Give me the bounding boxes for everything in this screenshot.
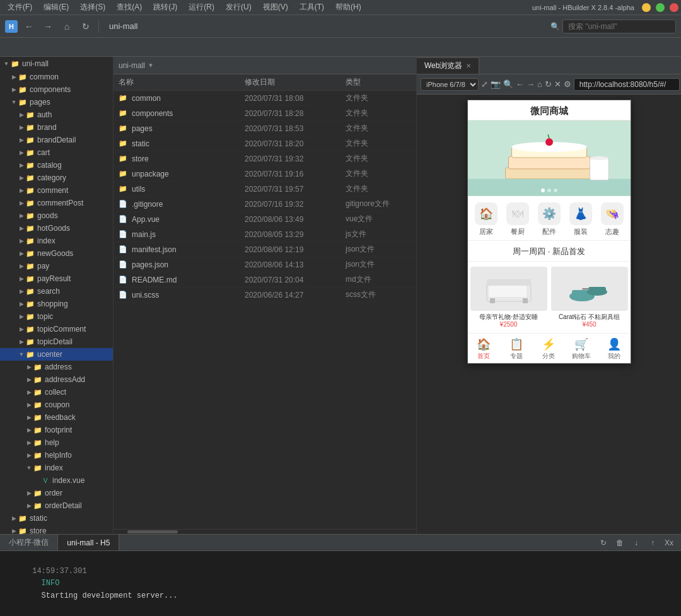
menu-item-select[interactable]: 选择(S) <box>75 1 110 14</box>
menu-item-view[interactable]: 视图(V) <box>258 1 293 14</box>
sidebar-item-common[interactable]: ▶ 📁 common <box>0 71 113 83</box>
sidebar-item-ucenter[interactable]: ▼ 📁 ucenter <box>0 348 113 361</box>
sidebar-item-help[interactable]: ▶ 📁 help <box>0 436 113 449</box>
phone-nav-mine[interactable]: 👤 我的 <box>598 334 631 363</box>
sidebar-item-address[interactable]: ▶ 📁 address <box>0 361 113 373</box>
sidebar-item-topiccomment[interactable]: ▶ 📁 topicComment <box>0 323 113 335</box>
phone-nav-category[interactable]: ⚡ 分类 <box>533 334 566 363</box>
phone-nav-topic[interactable]: 📋 专题 <box>500 334 533 363</box>
sidebar-item-feedback[interactable]: ▶ 📁 feedback <box>0 411 113 424</box>
menu-item-jump[interactable]: 跳转(J) <box>148 1 182 14</box>
sidebar-item-coupon[interactable]: ▶ 📁 coupon <box>0 398 113 411</box>
bottom-scroll-btn[interactable]: ↓ <box>629 536 643 550</box>
nav-screenshot-btn[interactable]: 📷 <box>491 78 501 91</box>
toolbar-search-input[interactable] <box>562 20 676 33</box>
phone-nav-home[interactable]: 🏠 首页 <box>468 334 501 363</box>
table-row[interactable]: 📁 pages 2020/07/31 18:53 文件夹 <box>114 121 416 136</box>
window-close-btn[interactable] <box>670 3 678 12</box>
sidebar-item-newgoods[interactable]: ▶ 📁 newGoods <box>0 247 113 260</box>
browser-tab-close-icon[interactable]: ✕ <box>466 62 471 69</box>
table-row[interactable]: 📄 README.md 2020/07/31 20:04 md文件 <box>114 272 416 288</box>
window-maximize-btn[interactable] <box>656 3 665 12</box>
table-row[interactable]: 📁 unpackage 2020/07/31 19:16 文件夹 <box>114 166 416 182</box>
sidebar-item-branddetail[interactable]: ▶ 📁 brandDetail <box>0 134 113 146</box>
nav-reload-btn[interactable]: ↻ <box>545 78 552 91</box>
sidebar-item-store[interactable]: ▶ 📁 store <box>0 525 113 534</box>
menu-item-edit[interactable]: 编辑(E) <box>38 1 74 14</box>
sidebar-item-static[interactable]: ▶ 📁 static <box>0 512 113 525</box>
cat-item-interest[interactable]: 👒 志趣 <box>601 202 624 236</box>
sidebar-item-topicdetail[interactable]: ▶ 📁 topicDetail <box>0 335 113 348</box>
toolbar-back-btn[interactable]: ← <box>21 19 37 34</box>
table-row[interactable]: 📁 static 2020/07/31 18:20 文件夹 <box>114 136 416 151</box>
nav-inspect-btn[interactable]: 🔍 <box>503 78 513 91</box>
sidebar-item-collect[interactable]: ▶ 📁 collect <box>0 386 113 398</box>
toolbar-forward-btn[interactable]: → <box>40 19 55 34</box>
cat-item-kitchen[interactable]: 🍽 餐厨 <box>506 202 529 236</box>
table-row[interactable]: 📄 uni.scss 2020/06/26 14:27 scss文件 <box>114 288 416 303</box>
sidebar-root-item[interactable]: ▼ 📁 uni-mall <box>0 57 113 71</box>
sidebar-item-topic[interactable]: ▶ 📁 topic <box>0 310 113 323</box>
table-row[interactable]: 📁 components 2020/07/31 18:28 文件夹 <box>114 106 416 121</box>
cat-item-clothing[interactable]: 👗 服装 <box>569 202 592 236</box>
product-card-0[interactable]: 母亲节礼物·舒适安睡 ¥2500 <box>470 267 547 328</box>
device-selector[interactable]: iPhone 6/7/8 <box>421 78 479 91</box>
table-row[interactable]: 📄 pages.json 2020/08/06 14:13 json文件 <box>114 257 416 272</box>
bottom-tab-miniapp[interactable]: 小程序·微信 <box>0 535 58 550</box>
table-row[interactable]: 📄 App.vue 2020/08/06 13:49 vue文件 <box>114 212 416 227</box>
toolbar-home-btn[interactable]: ⌂ <box>59 19 74 34</box>
sidebar-item-shopping[interactable]: ▶ 📁 shopping <box>0 298 113 310</box>
menu-item-find[interactable]: 查找(A) <box>112 1 147 14</box>
sidebar-item-helpinfo[interactable]: ▶ 📁 helpInfo <box>0 449 113 462</box>
sidebar-item-category[interactable]: ▶ 📁 category <box>0 171 113 184</box>
sidebar-item-orderdetail[interactable]: ▶ 📁 orderDetail <box>0 499 113 512</box>
sidebar-item-commentpost[interactable]: ▶ 📁 commentPost <box>0 197 113 209</box>
nav-back-btn[interactable]: ← <box>516 78 524 91</box>
menu-item-help[interactable]: 帮助(H) <box>330 1 366 14</box>
menu-item-tools[interactable]: 工具(T) <box>294 1 329 14</box>
table-row[interactable]: 📄 manifest.json 2020/08/06 12:19 json文件 <box>114 242 416 257</box>
sidebar-item-payresult[interactable]: ▶ 📁 payResult <box>0 272 113 285</box>
toolbar-refresh-btn[interactable]: ↻ <box>78 19 93 34</box>
sidebar-item-cart[interactable]: ▶ 📁 cart <box>0 146 113 159</box>
table-row[interactable]: 📄 .gitignore 2020/07/16 19:32 gitignore文… <box>114 197 416 212</box>
sidebar-item-goods[interactable]: ▶ 📁 goods <box>0 209 113 222</box>
bottom-refresh-btn[interactable]: ↻ <box>597 536 610 550</box>
sidebar-item-brand[interactable]: ▶ 📁 brand <box>0 121 113 134</box>
sidebar-item-index[interactable]: ▶ 📁 index <box>0 235 113 247</box>
file-table[interactable]: 名称 修改日期 类型 📁 common 2020/07/31 18:08 文件夹… <box>114 74 416 529</box>
table-row[interactable]: 📁 common 2020/07/31 18:08 文件夹 <box>114 91 416 106</box>
sidebar-item-order[interactable]: ▶ 📁 order <box>0 487 113 499</box>
nav-forward-btn[interactable]: → <box>527 78 535 91</box>
nav-devtools-btn[interactable]: ⚙ <box>564 78 571 91</box>
table-row[interactable]: 📁 store 2020/07/31 19:32 文件夹 <box>114 151 416 166</box>
sidebar-item-auth[interactable]: ▶ 📁 auth <box>0 108 113 121</box>
bottom-tab-h5[interactable]: uni-mall - H5 <box>58 535 119 550</box>
phone-nav-cart[interactable]: 🛒 购物车 <box>565 334 598 363</box>
nav-stop-btn[interactable]: ✕ <box>554 78 561 91</box>
nav-home-btn[interactable]: ⌂ <box>537 78 542 91</box>
sidebar-item-footprint[interactable]: ▶ 📁 footprint <box>0 424 113 436</box>
sidebar-item-pay[interactable]: ▶ 📁 pay <box>0 260 113 272</box>
horizontal-scrollbar[interactable] <box>114 529 416 534</box>
sidebar-item-comment[interactable]: ▶ 📁 comment <box>0 184 113 197</box>
sidebar-item-index-vue[interactable]: ▶ V index.vue <box>0 474 113 487</box>
cat-item-parts[interactable]: ⚙️ 配件 <box>538 202 561 236</box>
menu-item-run[interactable]: 运行(R) <box>183 1 219 14</box>
sidebar-item-search[interactable]: ▶ 📁 search <box>0 285 113 298</box>
window-minimize-btn[interactable] <box>642 3 651 12</box>
browser-tab-web[interactable]: Web浏览器 ✕ <box>417 57 479 74</box>
menu-item-publish[interactable]: 发行(U) <box>221 1 257 14</box>
scrollbar-thumb[interactable] <box>127 530 178 533</box>
nav-rotate-btn[interactable]: ⤢ <box>481 78 488 91</box>
menu-item-file[interactable]: 文件(F) <box>3 1 37 14</box>
table-row[interactable]: 📄 main.js 2020/08/05 13:29 js文件 <box>114 227 416 242</box>
bottom-clear-btn[interactable]: 🗑 <box>613 536 627 550</box>
table-row[interactable]: 📁 utils 2020/07/31 19:57 文件夹 <box>114 182 416 197</box>
product-card-1[interactable]: Carat钻石 不粘厨具组 ¥450 <box>551 267 628 328</box>
sidebar-item-hotgoods[interactable]: ▶ 📁 hotGoods <box>0 222 113 235</box>
sidebar-item-addressadd[interactable]: ▶ 📁 addressAdd <box>0 373 113 386</box>
sidebar-item-catalog[interactable]: ▶ 📁 catalog <box>0 159 113 171</box>
sidebar-item-index-u[interactable]: ▼ 📁 index <box>0 462 113 474</box>
sidebar-item-components[interactable]: ▶ 📁 components <box>0 83 113 96</box>
